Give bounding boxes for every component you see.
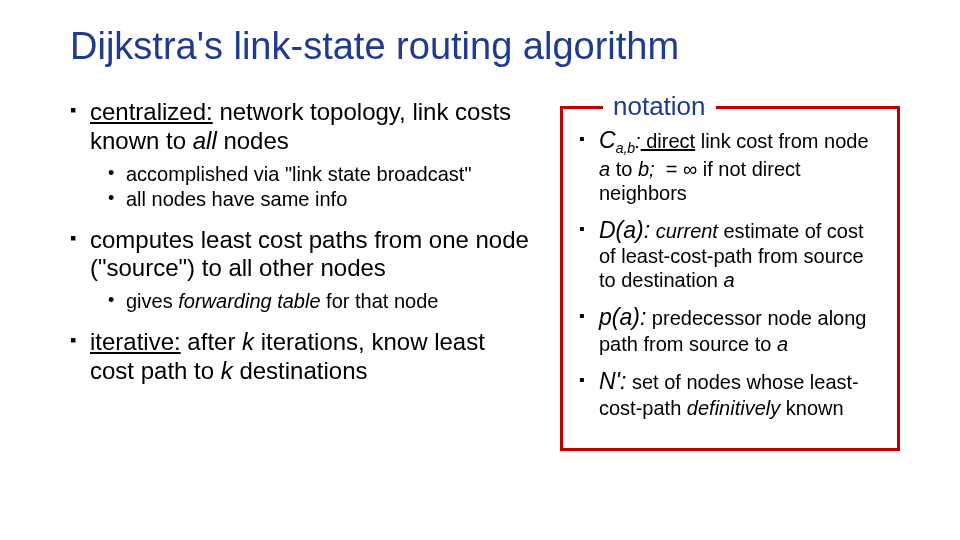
word-direct: direct [641,130,695,152]
var-b: b; [638,158,655,180]
bullet-centralized: centralized: network topology, link cost… [70,98,530,212]
var-a: a [724,269,735,291]
slide-title: Dijkstra's link-state routing algorithm [70,25,900,68]
var-k: k [221,357,233,384]
term-nprime: N': [599,368,626,394]
notation-list: Ca,b: direct link cost from node a to b;… [579,127,881,420]
right-column: notation Ca,b: direct link cost from nod… [560,98,900,451]
text: to [610,158,638,180]
text: destinations [233,357,368,384]
text: after [181,328,242,355]
term-c: C [599,127,616,153]
var-a: a [777,333,788,355]
left-column: centralized: network topology, link cost… [70,98,530,451]
word-forwarding-table: forwarding table [178,290,320,312]
term-da: D(a): [599,217,650,243]
content-columns: centralized: network topology, link cost… [70,98,900,451]
main-bullets: centralized: network topology, link cost… [70,98,530,386]
notation-cab: Ca,b: direct link cost from node a to b;… [579,127,881,205]
sub-item: accomplished via "link state broadcast" [90,162,530,187]
sub-item: all nodes have same info [90,187,530,212]
word-all: all [193,127,217,154]
notation-nprime: N': set of nodes whose least-cost-path d… [579,368,881,420]
key-iterative: iterative: [90,328,181,355]
term-pa: p(a): [599,304,646,330]
bullet-computes: computes least cost paths from one node … [70,226,530,315]
text: nodes [217,127,289,154]
notation-pa: p(a): predecessor node along path from s… [579,304,881,356]
var-k: k [242,328,254,355]
sub-bullets: accomplished via "link state broadcast" … [90,162,530,212]
text: for that node [321,290,439,312]
notation-box: notation Ca,b: direct link cost from nod… [560,106,900,451]
text: known [780,397,843,419]
word-current: current [650,220,718,242]
notation-label: notation [603,91,716,122]
sub-item: gives forwarding table for that node [90,289,530,314]
sub-bullets: gives forwarding table for that node [90,289,530,314]
sub-ab: a,b [616,140,635,156]
text: gives [126,290,178,312]
key-centralized: centralized: [90,98,213,125]
bullet-iterative: iterative: after k iterations, know leas… [70,328,530,386]
slide-root: Dijkstra's link-state routing algorithm … [0,0,960,540]
notation-da: D(a): current estimate of cost of least-… [579,217,881,293]
text: link cost from node [695,130,874,152]
text: computes least cost paths from one node … [90,226,529,282]
var-a: a [599,158,610,180]
word-definitively: definitively [687,397,780,419]
